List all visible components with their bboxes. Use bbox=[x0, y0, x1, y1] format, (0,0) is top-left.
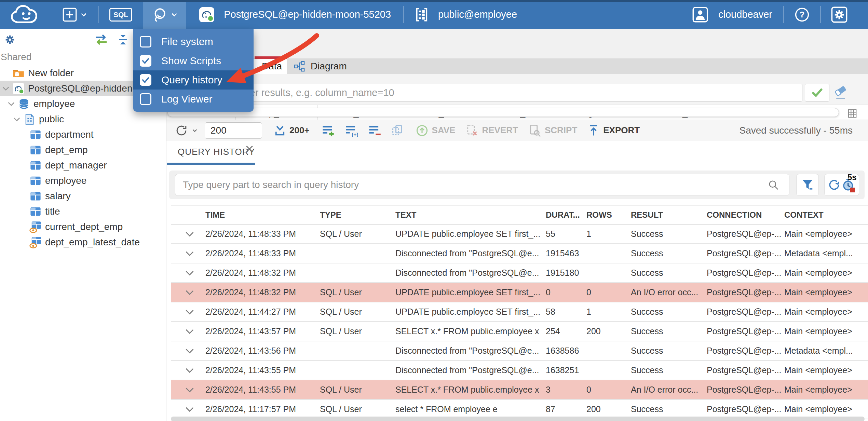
connection-selector[interactable]: PostgreSQL@ep-hidden-moon-55203 bbox=[196, 6, 393, 23]
cell-connection: PostgreSQL@ep-... bbox=[707, 346, 784, 356]
unchecked-checkbox[interactable] bbox=[140, 93, 151, 105]
close-icon[interactable] bbox=[244, 144, 255, 154]
filter-expression-input[interactable] bbox=[171, 84, 802, 101]
sync-connection-icon[interactable] bbox=[94, 33, 109, 46]
table-icon bbox=[29, 175, 42, 187]
add-row-button[interactable] bbox=[321, 124, 335, 137]
menu-item-file-system[interactable]: File system bbox=[133, 32, 254, 51]
expand-row-chevron-icon[interactable] bbox=[171, 366, 205, 375]
schema-name: public@employee bbox=[438, 9, 517, 20]
query-history-row[interactable]: 2/26/2024, 11:43:55 PMSQL / UserSELECT x… bbox=[171, 380, 868, 400]
expand-row-chevron-icon[interactable] bbox=[171, 288, 205, 297]
table-icon bbox=[29, 205, 42, 218]
expand-row-chevron-icon[interactable] bbox=[171, 405, 205, 414]
save-status-message: Saved successfully - 55ms bbox=[740, 125, 853, 136]
header-text[interactable]: TEXT bbox=[395, 210, 546, 220]
cell-result: An I/O error occ... bbox=[631, 287, 707, 297]
query-history-row[interactable]: 2/26/2024, 11:48:32 PMDisconnected from … bbox=[171, 263, 868, 283]
query-history-search-input[interactable] bbox=[175, 174, 789, 196]
tree-item-salary[interactable]: salary bbox=[0, 188, 166, 204]
database-icon bbox=[18, 98, 30, 110]
query-history-row[interactable]: 2/26/2024, 11:43:55 PMDisconnected from … bbox=[171, 361, 868, 380]
collapse-all-icon[interactable] bbox=[116, 33, 130, 46]
query-history-row[interactable]: 2/26/2024, 11:48:32 PMSQL / UserUPDATE p… bbox=[171, 283, 868, 302]
cell-time: 2/26/2024, 11:48:32 PM bbox=[205, 268, 320, 278]
expand-row-chevron-icon[interactable] bbox=[171, 385, 205, 394]
history-horizontal-scrollbar[interactable] bbox=[171, 417, 865, 421]
tree-item-title[interactable]: title bbox=[0, 204, 166, 219]
chevron-down-icon[interactable] bbox=[7, 100, 18, 108]
grid-corner-icon[interactable] bbox=[847, 108, 857, 119]
chevron-down-icon bbox=[18, 161, 29, 169]
header-result[interactable]: RESULT bbox=[631, 210, 707, 220]
revert-button[interactable]: REVERT bbox=[465, 124, 518, 137]
header-type[interactable]: TYPE bbox=[320, 210, 395, 220]
tree-item-dept-manager[interactable]: dept_manager bbox=[0, 158, 166, 173]
settings-button[interactable] bbox=[829, 6, 850, 23]
history-filter-button[interactable] bbox=[796, 174, 819, 196]
script-button[interactable]: SCRIPT bbox=[528, 124, 577, 137]
query-history-row[interactable]: 2/26/2024, 11:48:33 PMDisconnected from … bbox=[171, 244, 868, 263]
query-history-row[interactable]: 2/26/2024, 11:44:27 PMSQL / UserUPDATE p… bbox=[171, 302, 868, 322]
fetch-more-rows-button[interactable]: 200+ bbox=[274, 124, 310, 137]
expand-row-chevron-icon[interactable] bbox=[171, 249, 205, 258]
query-history-row[interactable]: 2/26/2024, 11:48:33 PMSQL / UserUPDATE p… bbox=[171, 225, 868, 244]
sql-editor-button[interactable]: SQL bbox=[107, 8, 134, 22]
sidebar-settings-gear-icon[interactable] bbox=[3, 33, 16, 46]
expand-row-chevron-icon[interactable] bbox=[171, 269, 205, 277]
checked-checkbox[interactable] bbox=[140, 55, 151, 67]
cell-text: select * FROM employee e bbox=[395, 404, 546, 414]
cell-connection: PostgreSQL@ep-... bbox=[707, 385, 784, 395]
apply-changes-script-button[interactable] bbox=[391, 124, 404, 137]
tools-menu-button[interactable] bbox=[143, 0, 186, 29]
cell-type: SQL / User bbox=[320, 229, 395, 239]
refresh-button[interactable] bbox=[175, 124, 198, 137]
query-history-table-header: TIMETYPETEXTDURAT...ROWSRESULTCONNECTION… bbox=[171, 205, 868, 225]
cell-time: 2/26/2024, 11:48:33 PM bbox=[205, 248, 320, 258]
expand-row-chevron-icon[interactable] bbox=[171, 230, 205, 239]
new-connection-button[interactable] bbox=[60, 7, 90, 23]
grid-horizontal-scrollbar[interactable] bbox=[167, 108, 839, 117]
checked-checkbox[interactable] bbox=[140, 74, 151, 86]
tree-item-current-dept-emp[interactable]: current_dept_emp bbox=[0, 219, 166, 234]
header-connection[interactable]: CONNECTION bbox=[707, 210, 784, 220]
chevron-down-icon bbox=[18, 238, 29, 246]
expand-row-chevron-icon[interactable] bbox=[171, 327, 205, 336]
expand-row-chevron-icon[interactable] bbox=[171, 308, 205, 316]
table-icon bbox=[29, 128, 42, 141]
header-duration[interactable]: DURAT... bbox=[546, 210, 586, 220]
menu-item-query-history[interactable]: Query history bbox=[133, 70, 254, 90]
unchecked-checkbox[interactable] bbox=[140, 36, 151, 47]
chevron-down-icon[interactable] bbox=[12, 115, 23, 123]
user-menu-button[interactable]: cloudbeaver bbox=[690, 6, 774, 23]
header-context[interactable]: CONTEXT bbox=[784, 210, 868, 220]
menu-item-log-viewer[interactable]: Log Viewer bbox=[133, 90, 254, 109]
eraser-icon[interactable] bbox=[833, 85, 849, 100]
chevron-down-icon[interactable] bbox=[1, 84, 12, 93]
tab-diagram[interactable]: Diagram bbox=[289, 59, 347, 74]
query-history-tab[interactable]: QUERY HISTORY bbox=[178, 147, 255, 157]
menu-item-show-scripts[interactable]: Show Scripts bbox=[133, 51, 254, 70]
tree-item-dept-emp[interactable]: dept_emp bbox=[0, 142, 166, 158]
tree-item-employee[interactable]: employee bbox=[0, 173, 166, 188]
header-time[interactable]: TIME bbox=[205, 210, 320, 220]
help-button[interactable]: ? bbox=[792, 6, 812, 23]
tree-item-public[interactable]: public bbox=[0, 111, 166, 127]
query-history-row[interactable]: 2/26/2024, 11:43:56 PMDisconnected from … bbox=[171, 341, 868, 361]
top-bar: SQL bbox=[0, 0, 868, 29]
query-history-row[interactable]: 2/26/2024, 11:43:57 PMSQL / UserSELECT x… bbox=[171, 322, 868, 341]
expand-row-chevron-icon[interactable] bbox=[171, 347, 205, 355]
cell-type: SQL / User bbox=[320, 385, 395, 395]
duplicate-row-button[interactable]: (+) bbox=[344, 124, 358, 137]
save-button[interactable]: SAVE bbox=[416, 124, 456, 137]
refresh-icon[interactable] bbox=[827, 178, 841, 192]
row-limit-input[interactable] bbox=[205, 122, 262, 139]
tree-item-dept-emp-latest-date[interactable]: dept_emp_latest_date bbox=[0, 234, 166, 250]
apply-filter-button[interactable] bbox=[805, 84, 829, 101]
export-button[interactable]: EXPORT bbox=[587, 124, 640, 137]
tree-item-department[interactable]: department bbox=[0, 127, 166, 142]
delete-row-button[interactable] bbox=[368, 124, 381, 137]
schema-selector[interactable]: public@employee bbox=[413, 7, 519, 23]
header-rows[interactable]: ROWS bbox=[586, 210, 631, 220]
schema-object-icon bbox=[415, 7, 429, 22]
